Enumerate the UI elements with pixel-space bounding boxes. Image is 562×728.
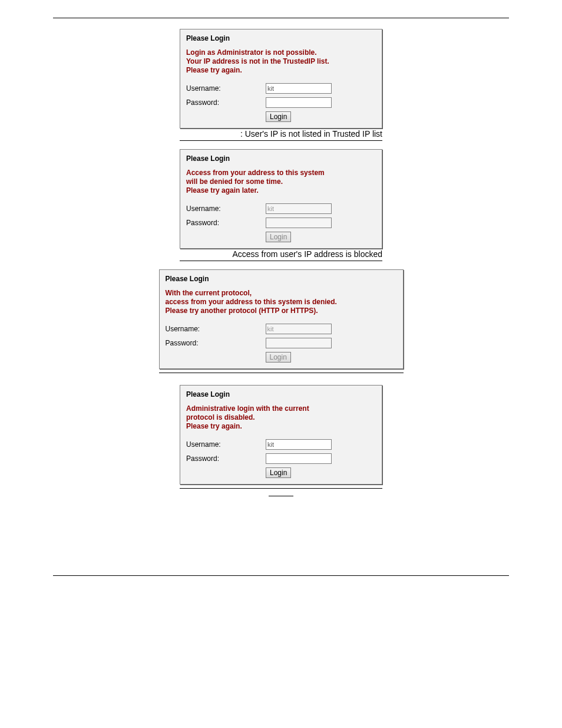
error-message: Login as Administrator is not possible.Y… bbox=[186, 48, 376, 75]
login-panel: Please Login Administrative login with t… bbox=[180, 385, 382, 485]
username-input[interactable] bbox=[266, 83, 332, 94]
panel-title: Please Login bbox=[186, 34, 376, 42]
password-input[interactable] bbox=[266, 97, 332, 108]
login-panel: Please Login Access from your address to… bbox=[180, 149, 382, 249]
login-panel: Please Login Login as Administrator is n… bbox=[180, 29, 382, 129]
panel-title: Please Login bbox=[186, 390, 376, 398]
username-input[interactable] bbox=[266, 439, 332, 450]
password-label: Password: bbox=[186, 98, 266, 107]
password-label: Password: bbox=[166, 339, 266, 347]
top-rule bbox=[53, 18, 509, 18]
login-button: Login bbox=[266, 232, 291, 242]
login-button: Login bbox=[266, 352, 291, 363]
username-label: Username: bbox=[186, 84, 266, 93]
login-button[interactable]: Login bbox=[266, 467, 291, 478]
login-figure-2: Please Login Access from your address to… bbox=[180, 149, 382, 261]
username-label: Username: bbox=[186, 440, 266, 449]
username-input bbox=[266, 324, 332, 334]
panel-title: Please Login bbox=[166, 275, 397, 283]
username-label: Username: bbox=[166, 325, 266, 333]
figure-caption-2: Access from user's IP address is blocked bbox=[180, 249, 382, 261]
password-input bbox=[266, 338, 332, 348]
login-panel: Please Login With the current protocol,a… bbox=[159, 269, 404, 369]
login-button[interactable]: Login bbox=[266, 111, 291, 122]
panel-title: Please Login bbox=[186, 154, 376, 163]
password-label: Password: bbox=[186, 219, 266, 227]
figure-caption-1: : User's IP is not listed in Trusted IP … bbox=[180, 129, 382, 141]
bottom-rule bbox=[53, 575, 509, 576]
login-figure-4: Please Login Administrative login with t… bbox=[180, 385, 382, 496]
error-message: Access from your address to this systemw… bbox=[186, 169, 376, 195]
username-input bbox=[266, 203, 332, 214]
login-figure-3: Please Login With the current protocol,a… bbox=[159, 269, 404, 377]
username-label: Username: bbox=[186, 205, 266, 213]
password-input[interactable] bbox=[266, 453, 332, 464]
password-label: Password: bbox=[186, 454, 266, 463]
error-message: With the current protocol,access from yo… bbox=[166, 289, 397, 315]
short-underline bbox=[269, 496, 293, 496]
password-input bbox=[266, 218, 332, 228]
login-figure-1: Please Login Login as Administrator is n… bbox=[180, 29, 382, 141]
error-message: Administrative login with the currentpro… bbox=[186, 404, 376, 431]
